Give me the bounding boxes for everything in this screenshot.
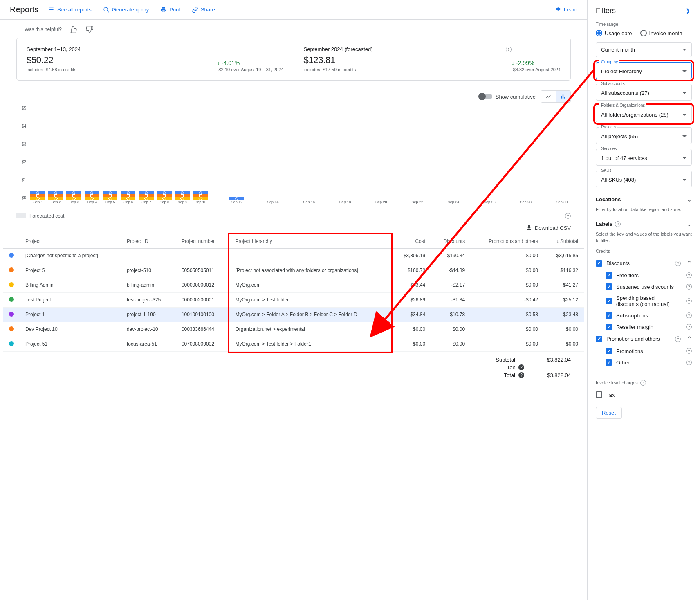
print-link[interactable]: Print	[160, 7, 180, 13]
see-all-reports-link[interactable]: ☰ See all reports	[48, 7, 92, 13]
period-card: September 1–13, 2024 $50.22 includes -$4…	[17, 38, 294, 80]
collapse-panel-icon[interactable]: ❯|	[686, 8, 692, 14]
page-header: Reports ☰ See all reports Generate query	[0, 0, 587, 20]
help-icon[interactable]: ?	[686, 312, 692, 318]
promo-cell: $0.00	[471, 249, 544, 263]
thumbs-up-button[interactable]	[68, 25, 78, 34]
table-row[interactable]: Project 5project-510505050505011[Project…	[3, 263, 584, 278]
share-link[interactable]: Share	[192, 7, 215, 13]
help-icon[interactable]: ?	[506, 47, 512, 52]
help-icon[interactable]: ?	[675, 261, 681, 266]
table-header-cell[interactable]: ↓ Subtotal	[544, 234, 584, 249]
download-csv-button[interactable]: Download CSV	[526, 225, 571, 231]
invoice-month-radio[interactable]: Invoice month	[640, 30, 682, 36]
services-select[interactable]: Services 1 out of 47 services	[596, 149, 692, 166]
bar-chart-button[interactable]	[556, 91, 570, 102]
table-row[interactable]: Billing Adminbilling-admin000000000012My…	[3, 278, 584, 293]
cumulative-label: Show cumulative	[496, 94, 536, 100]
table-header-cell[interactable]: Project hierarchy	[229, 234, 391, 249]
help-icon[interactable]: ?	[640, 380, 646, 386]
other-checkbox[interactable]: Other ?	[596, 357, 692, 368]
hierarchy-cell: Organization.net > experimental	[229, 322, 391, 337]
promotions-checkbox[interactable]: Promotions ?	[596, 345, 692, 357]
table-header-cell[interactable]: Project ID	[121, 234, 176, 249]
table-header-cell[interactable]: Project number	[176, 234, 230, 249]
card-amount: $50.22	[27, 55, 217, 65]
folders-orgs-select[interactable]: Folders & Organizations All folders/orga…	[596, 106, 692, 122]
cost-cell: $0.00	[391, 337, 431, 352]
discounts-checkbox[interactable]: Discounts ? ⌃	[596, 257, 692, 270]
card-pct: ↓ -2.99%	[512, 60, 561, 66]
subscriptions-checkbox[interactable]: Subscriptions ?	[596, 310, 692, 321]
table-header-cell[interactable]: Project	[20, 234, 121, 249]
help-icon[interactable]: ?	[686, 298, 692, 304]
subtotal-cell: $3,615.85	[544, 249, 584, 263]
thumbs-down-button[interactable]	[85, 25, 94, 34]
help-icon[interactable]: ?	[518, 364, 524, 370]
promo-cell: $0.00	[471, 322, 544, 337]
help-icon[interactable]: ?	[518, 372, 524, 378]
table-row[interactable]: Project 51focus-area-51007008009002MyOrg…	[3, 337, 584, 352]
projects-select[interactable]: Projects All projects (55)	[596, 127, 692, 144]
table-header-cell[interactable]	[3, 234, 20, 249]
chart-bars[interactable]	[29, 106, 571, 200]
hierarchy-cell: [Project not associated with any folders…	[229, 263, 391, 278]
promo-cell: $0.00	[471, 337, 544, 352]
help-icon[interactable]: ?	[565, 213, 571, 219]
data-table: ProjectProject IDProject numberProject h…	[3, 234, 584, 352]
sustained-use-checkbox[interactable]: Sustained use discounts ?	[596, 281, 692, 292]
table-row[interactable]: Test Projecttest-project-325000000200001…	[3, 293, 584, 308]
table-row[interactable]: Dev Project 10dev-project-10000333666444…	[3, 322, 584, 337]
labels-section[interactable]: Labels ? ⌄	[596, 217, 692, 231]
group-by-select[interactable]: Group by Project Hierarchy	[596, 62, 692, 79]
checkbox-checked-icon	[606, 359, 612, 366]
table-header-cell[interactable]: Promotions and others	[471, 234, 544, 249]
help-icon[interactable]: ?	[686, 348, 692, 354]
cost-cell: $3,806.19	[391, 249, 431, 263]
cumulative-toggle[interactable]	[479, 94, 492, 99]
table-header-cell[interactable]: Discounts	[431, 234, 471, 249]
hierarchy-cell	[229, 249, 391, 263]
usage-date-radio[interactable]: Usage date	[596, 30, 632, 36]
skus-select[interactable]: SKUs All SKUs (408)	[596, 171, 692, 187]
cost-cell: $34.84	[391, 308, 431, 322]
help-icon[interactable]: ?	[686, 360, 692, 365]
summary-cards: September 1–13, 2024 $50.22 includes -$4…	[16, 38, 571, 81]
help-icon[interactable]: ?	[615, 221, 621, 227]
cost-cell: $26.89	[391, 293, 431, 308]
hierarchy-cell: MyOrg.com > Test folder > Folder1	[229, 337, 391, 352]
time-range-select[interactable]: Current month	[596, 42, 692, 57]
promo-cell: $0.00	[471, 278, 544, 293]
subaccounts-select[interactable]: Subaccounts All subaccounts (27)	[596, 84, 692, 101]
table-header-cell[interactable]: Cost	[391, 234, 431, 249]
checkbox-checked-icon	[606, 312, 612, 319]
hierarchy-cell: MyOrg.com > Folder A > Folder B > Folder…	[229, 308, 391, 322]
chart-legend: Forecasted cost ?	[16, 213, 571, 219]
checkbox-checked-icon	[606, 348, 612, 354]
help-icon[interactable]: ?	[686, 284, 692, 290]
card-sub: includes -$4.68 in credits	[27, 67, 217, 72]
locations-section[interactable]: Locations ⌄	[596, 192, 692, 207]
help-icon[interactable]: ?	[675, 336, 681, 342]
learn-link[interactable]: Learn	[555, 7, 577, 13]
line-chart-button[interactable]	[541, 91, 556, 102]
y-axis: $5$4$3$2$1$0	[16, 106, 29, 208]
project-id-cell: focus-area-51	[121, 337, 176, 352]
tax-checkbox[interactable]: Tax	[596, 389, 692, 400]
discounts-cell: -$1.34	[431, 293, 471, 308]
promotions-others-checkbox[interactable]: Promotions and others ? ⌃	[596, 333, 692, 345]
reset-button[interactable]: Reset	[596, 407, 622, 419]
help-icon[interactable]: ?	[686, 324, 692, 330]
reseller-margin-checkbox[interactable]: Reseller margin ?	[596, 321, 692, 333]
project-id-cell: dev-project-10	[121, 322, 176, 337]
chart-container: $5$4$3$2$1$0 Sep 1Sep 2Sep 3Sep 4Sep 5Se…	[16, 106, 571, 208]
free-tiers-checkbox[interactable]: Free tiers ?	[596, 270, 692, 281]
table-row[interactable]: Project 1project-1-190100100100100MyOrg.…	[3, 308, 584, 322]
generate-query-link[interactable]: Generate query	[103, 7, 149, 13]
card-amount: $123.81	[304, 55, 512, 65]
spending-based-checkbox[interactable]: Spending based discounts (contractual) ?	[596, 292, 692, 310]
help-icon[interactable]: ?	[686, 272, 692, 278]
totals-section: Subtotal$3,822.04 Tax?— Total?$3,822.04	[0, 352, 587, 388]
table-row[interactable]: [Charges not specific to a project]—$3,8…	[3, 249, 584, 263]
project-number-cell: 007008009002	[176, 337, 230, 352]
